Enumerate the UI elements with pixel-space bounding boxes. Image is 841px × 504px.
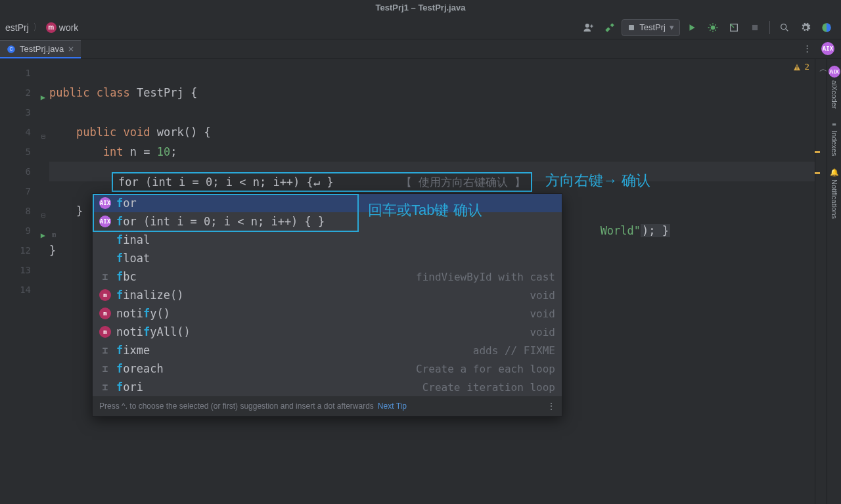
line-number[interactable]: 12 xyxy=(0,241,49,260)
completion-popup[interactable]: AIX for AIX for (int i = 0; i < n; i++) … xyxy=(92,193,562,417)
hammer-icon[interactable] xyxy=(601,18,619,37)
indexes-icon: ≡ xyxy=(832,120,836,128)
method-icon: m xyxy=(99,308,111,319)
error-marker[interactable] xyxy=(815,172,820,174)
completion-item[interactable]: AIX for (int i = 0; i < n; i++) { } xyxy=(93,212,562,231)
line-number[interactable]: 7 xyxy=(0,181,49,201)
inline-suggestion-text: for (int i = 0; i < n; i++) {↵ } xyxy=(118,175,334,189)
breadcrumb-method[interactable]: m work xyxy=(46,22,79,33)
inline-suggestion-box[interactable]: for (int i = 0; i < n; i++) {↵ } 【 使用方向右… xyxy=(112,172,532,192)
line-number[interactable]: 13 xyxy=(0,260,49,280)
completion-options-icon[interactable]: ⋮ xyxy=(547,401,555,411)
breadcrumb[interactable]: estPrj 〉 m work xyxy=(5,22,78,34)
completion-item[interactable]: ⌶ fori Create iteration loop xyxy=(93,378,562,396)
coverage-button[interactable] xyxy=(725,18,743,37)
aix-icon: AIX xyxy=(99,197,111,209)
line-number[interactable]: 9▶⊞ xyxy=(0,221,49,241)
warnings-indicator[interactable]: 2 xyxy=(792,62,809,72)
debug-button[interactable] xyxy=(704,18,722,37)
method-icon: m xyxy=(46,22,57,33)
navigation-bar: estPrj 〉 m work TestPrj ▾ xyxy=(0,16,841,39)
line-number[interactable]: 5 xyxy=(0,142,49,162)
completion-footer: Press ^. to choose the selected (or firs… xyxy=(93,396,562,416)
stop-button[interactable] xyxy=(746,18,764,37)
java-file-icon: C xyxy=(7,45,16,54)
error-marker[interactable] xyxy=(815,151,820,153)
inline-suggestion-hint: 【 使用方向右键确认 】 xyxy=(401,175,526,190)
completion-item[interactable]: . float xyxy=(93,249,562,267)
line-number[interactable]: 14 xyxy=(0,280,49,300)
completion-item[interactable]: ⌶ fbc findViewById with cast xyxy=(93,267,562,286)
line-number[interactable]: 3 xyxy=(0,103,49,122)
rail-indexes[interactable]: ≡ Indexes xyxy=(830,120,838,156)
completion-item[interactable]: . final xyxy=(93,231,562,249)
svg-point-5 xyxy=(781,24,786,29)
user-icon[interactable] xyxy=(580,18,598,37)
template-icon: ⌶ xyxy=(99,381,111,393)
window-title: TestPrj1 – TestPrj.java xyxy=(0,0,841,16)
bell-icon: 🔔 xyxy=(830,168,839,177)
editor-tab-testprj[interactable]: C TestPrj.java ✕ xyxy=(0,40,81,58)
rail-aixcoder[interactable]: AIX aiXcoder xyxy=(829,66,840,108)
run-button[interactable] xyxy=(683,18,701,37)
svg-point-2 xyxy=(711,25,716,30)
rail-notifications[interactable]: 🔔 Notifications xyxy=(830,168,839,219)
svg-point-0 xyxy=(585,24,589,28)
completion-item[interactable]: AIX for xyxy=(93,194,562,212)
breadcrumb-root[interactable]: estPrj xyxy=(5,22,29,33)
completion-item[interactable]: m finalize() void xyxy=(93,286,562,304)
aix-icon: AIX xyxy=(99,216,111,227)
aixcoder-avatar-icon[interactable]: AIX xyxy=(821,42,834,55)
method-icon: m xyxy=(99,289,111,301)
annotation-enter-tab-key: 回车或Tab键 确认 xyxy=(368,200,482,220)
search-icon[interactable] xyxy=(775,18,794,37)
completion-item[interactable]: m notifyAll() void xyxy=(93,323,562,341)
right-tool-rail: AIX aiXcoder ≡ Indexes 🔔 Notifications xyxy=(827,59,841,504)
line-number[interactable]: 6 xyxy=(0,162,49,181)
completion-item[interactable]: ⌶ fixme adds // FIXME xyxy=(93,341,562,359)
template-icon: ⌶ xyxy=(99,271,111,283)
next-tip-link[interactable]: Next Tip xyxy=(378,401,407,411)
close-tab-icon[interactable]: ✕ xyxy=(68,45,74,54)
svg-rect-4 xyxy=(752,24,758,30)
method-icon: m xyxy=(99,326,111,338)
line-number[interactable]: 1 xyxy=(0,63,49,83)
editor-tabs: C TestPrj.java ✕ ⋮ AIX xyxy=(0,39,841,59)
tab-options-icon[interactable]: ⋮ xyxy=(803,43,811,53)
annotation-right-arrow-key: 方向右键→ 确认 xyxy=(545,171,650,191)
svg-text:C: C xyxy=(9,47,12,51)
gutter[interactable]: 1 2▶ 3 4⊟ 5 6 7 8⊟ 9▶⊞ 12 13 14 xyxy=(0,59,49,504)
line-number[interactable]: 4⊟ xyxy=(0,122,49,142)
breadcrumb-separator: 〉 xyxy=(33,22,42,34)
template-icon: ⌶ xyxy=(99,363,111,375)
run-configuration-selector[interactable]: TestPrj ▾ xyxy=(622,19,680,36)
completion-item[interactable]: m notify() void xyxy=(93,304,562,323)
aixcoder-icon: AIX xyxy=(829,66,840,78)
line-number[interactable]: 2▶ xyxy=(0,83,49,103)
completion-item[interactable]: ⌶ foreach Create a for each loop xyxy=(93,359,562,378)
settings-icon[interactable] xyxy=(796,18,815,37)
warning-icon xyxy=(792,62,802,72)
template-icon: ⌶ xyxy=(99,344,111,356)
svg-rect-1 xyxy=(629,25,634,30)
line-number[interactable]: 8⊟ xyxy=(0,201,49,221)
brand-icon[interactable] xyxy=(817,18,836,37)
